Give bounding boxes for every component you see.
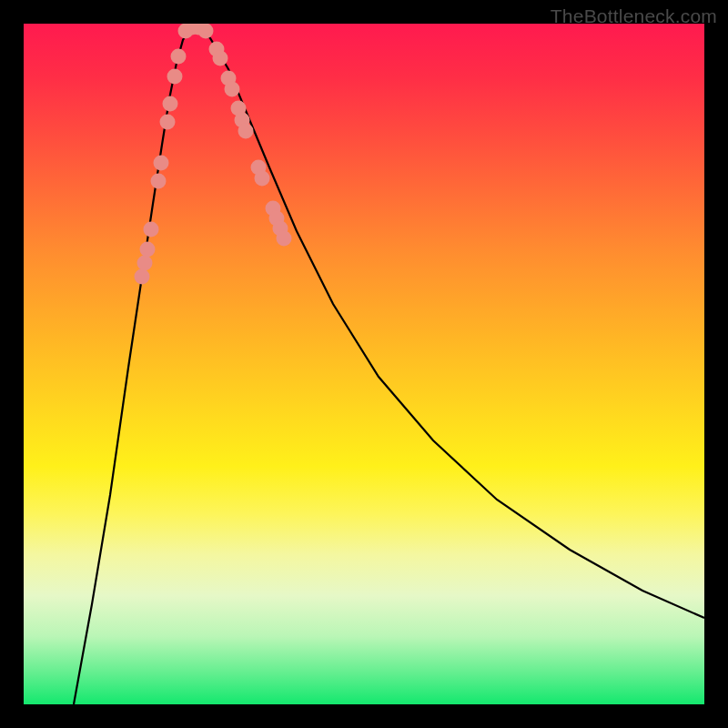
gradient-background — [24, 24, 704, 704]
watermark-text: TheBottleneck.com — [551, 5, 717, 27]
chart-frame: TheBottleneck.com — [0, 0, 728, 728]
